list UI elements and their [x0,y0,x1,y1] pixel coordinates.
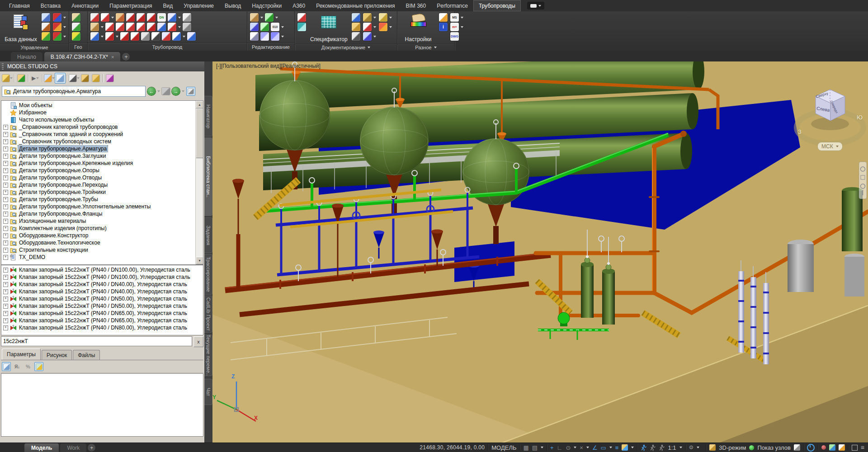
search-input[interactable] [1,336,192,346]
doc-question-icon[interactable] [439,13,448,22]
annotation-vis-icon[interactable] [659,444,665,451]
viewport[interactable]: [-][Пользовательский вид][Реалистичный] … [212,61,868,443]
apply-button[interactable]: ▶ [30,73,41,84]
terrain-icon[interactable] [72,13,80,22]
branch-icon[interactable] [147,13,156,22]
expander-icon[interactable]: + [3,325,8,330]
cl-route-icon[interactable] [53,32,61,41]
menu-tab-8[interactable]: A360 [287,0,311,11]
compass-south-label[interactable]: Ю [857,114,863,121]
dynamic-input-icon[interactable]: ▭ [601,445,606,451]
tree-item[interactable]: +_Справочник типов зданий и сооружений [1,131,196,138]
view-mode-button[interactable] [44,73,55,84]
paint-image-icon[interactable] [352,32,360,41]
frame-icon[interactable] [363,23,372,31]
result-item[interactable]: +Клапан запорный 15с22нжТ (PN40 / DN80.0… [1,324,203,331]
tree-item[interactable]: +Детали трубопроводные.Трубы [1,196,196,203]
record-icon[interactable] [821,445,826,450]
table-edit-icon[interactable] [42,23,50,31]
tree-item[interactable]: +Детали трубопроводные.Переходы [1,181,196,188]
result-item[interactable]: +Клапан запорный 15с22нжТ (PN40 / DN40.0… [1,281,203,288]
open-library-button[interactable] [2,73,13,84]
expander-icon[interactable]: + [3,282,8,287]
group-label-docs[interactable]: Документирование [295,44,397,51]
camera-tag-icon[interactable] [151,32,160,41]
polar-tracking-icon[interactable]: ⊙ [566,445,571,451]
navigation-bar[interactable] [859,162,867,199]
history-clock-icon[interactable] [807,444,815,452]
tree-item[interactable]: +Детали трубопроводные.Опоры [1,167,196,174]
nodes-icon[interactable] [794,444,800,451]
tree-item[interactable]: +_Справочник трубоповодных систем [1,138,196,145]
pipe-segment-icon[interactable] [101,13,109,22]
cl-tag-icon[interactable] [53,23,61,31]
expander-icon[interactable]: + [3,139,8,144]
performance-chart-icon[interactable] [839,444,845,451]
expander-icon[interactable]: + [3,175,8,180]
ortho-icon[interactable]: ∟ [557,445,563,451]
dwg-icon[interactable]: DWG [450,32,459,41]
panel-tab-1[interactable]: Рисунок [42,350,72,360]
side-tab-2[interactable]: Задания [204,217,212,253]
clear-search-button[interactable]: x [193,336,203,347]
table-small-icon[interactable] [297,23,306,31]
expander-icon[interactable]: + [3,268,8,273]
settings-button[interactable]: Настройки [400,13,436,43]
scroll-up-icon[interactable]: ▲ [196,101,203,108]
beam-icon[interactable] [187,32,196,41]
tree-item[interactable]: +TX_DEMO [1,254,196,261]
coordinates-readout[interactable]: 21468.30, 26044.19, 0.00 [420,444,485,451]
tree-item[interactable]: +Детали трубопроводные.Тройники [1,188,196,196]
info-icon[interactable]: i [439,23,448,31]
expander-icon[interactable]: + [3,248,8,253]
pipe-riser-icon[interactable] [168,23,176,31]
structure-tree-icon[interactable] [42,13,50,22]
grid-snap-icon[interactable]: ▤ [532,445,538,451]
box-icon[interactable] [363,13,372,22]
valve3-icon[interactable] [131,32,139,41]
scroll-thumb[interactable] [196,108,203,158]
expander-icon[interactable]: + [3,255,8,260]
tree-item[interactable]: +Строительные конструкции [1,246,196,254]
tree-item[interactable]: +Детали трубопроводные.Заглушки [1,152,196,160]
database-button[interactable]: База данных [3,13,39,43]
side-tab-0[interactable]: Навигатор [204,96,212,137]
db-sync-button[interactable] [16,73,27,84]
percent-button[interactable]: % [24,362,33,371]
expander-icon[interactable]: + [3,233,8,238]
menu-tab-1[interactable]: Вставка [35,0,66,11]
pipe-elbow-icon[interactable] [116,13,124,22]
result-item[interactable]: +Клапан запорный 15с22нжТ (PN40 / DN100.… [1,273,203,281]
wcs-dropdown[interactable]: МСК [817,142,843,151]
parameters-grid[interactable] [1,373,203,437]
counter-icon[interactable]: 010 [271,23,279,31]
tree-item[interactable]: +Детали трубопроводные.Крепежные изделия [1,160,196,167]
object-cube-icon[interactable] [42,32,50,41]
green-pencil-icon[interactable] [265,13,274,22]
menu-tab-3[interactable]: Параметризация [104,0,157,11]
support-icon[interactable] [141,32,150,41]
profile-icon[interactable] [72,23,80,31]
export-button[interactable] [104,73,115,84]
gizmo-icon[interactable] [650,444,656,451]
result-item[interactable]: +Клапан запорный 15с22нжТ (PN40 / DN50.0… [1,302,203,310]
pipe-split-icon[interactable] [157,23,166,31]
categorize-button[interactable] [2,362,11,371]
menu-tab-4[interactable]: Вид [158,0,179,11]
move-icon[interactable] [250,23,259,31]
expander-icon[interactable]: + [3,289,8,294]
menu-tab-2[interactable]: Аннотации [66,0,104,11]
customization-menu-icon[interactable]: ≡ [861,444,864,451]
result-item[interactable]: +Клапан запорный 15с22нжТ (PN40 / DN65.0… [1,310,203,317]
expander-icon[interactable]: + [3,161,8,166]
side-tab-1[interactable]: Библиотека стан.. [204,137,212,216]
wand-icon[interactable] [379,13,387,22]
tree-item[interactable]: +Оборудование.Конструктор [1,232,196,239]
category-combo[interactable]: Детали трубопроводные.Арматура [2,86,146,97]
tree-item[interactable]: +Детали трубопроводные.Фланцы [1,210,196,217]
side-tab-6[interactable]: Чат [204,379,212,405]
menu-tab-5[interactable]: Управление [178,0,219,11]
funnel-button[interactable] [90,73,101,84]
tree-item[interactable]: +Детали трубопроводные.Отводы [1,174,196,181]
group-label-geo[interactable]: Гео [69,42,87,51]
